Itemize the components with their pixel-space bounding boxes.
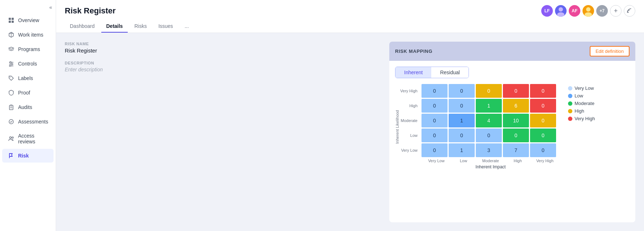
cell-1-3: 6 [503, 99, 529, 113]
sidebar-item-audits[interactable]: Audits [2, 100, 54, 114]
svg-point-10 [10, 77, 10, 77]
feed-icon-button[interactable] [624, 5, 635, 17]
sidebar-collapse-button[interactable]: « [0, 3, 56, 13]
sidebar-item-controls[interactable]: Controls [2, 57, 54, 71]
tab-more[interactable]: ... [179, 20, 194, 33]
toggle-inherent[interactable]: Inherent [395, 67, 431, 78]
svg-point-7 [11, 63, 13, 65]
sidebar-item-assessments[interactable]: Assessments [2, 115, 54, 129]
sidebar-item-label: Labels [18, 75, 33, 81]
sidebar-item-label: Overview [18, 17, 39, 23]
legend-dot-low [568, 94, 572, 98]
risk-mapping-panel: RISK MAPPING Edit definition Inherent Re… [389, 42, 635, 222]
sidebar-item-access-reviews[interactable]: Access reviews [2, 129, 54, 148]
svg-point-5 [10, 62, 11, 63]
add-button[interactable]: + [610, 5, 622, 17]
matrix-row-very-low: Very Low 0 1 3 7 0 [400, 143, 558, 157]
cell-1-2: 1 [476, 99, 502, 113]
x-axis-title: Inherent Impact [423, 164, 558, 169]
main-content: Risk Register LF AF +7 + Dashboard Detai… [56, 0, 644, 231]
cell-0-0: 0 [421, 84, 448, 98]
header-actions: LF AF +7 + [541, 5, 635, 17]
legend-very-high: Very High [568, 116, 595, 121]
users-icon [8, 135, 14, 142]
avatar-lf[interactable]: LF [541, 5, 553, 17]
legend: Very Low Low Moderate High [568, 84, 595, 121]
row-label-moderate: Moderate [400, 118, 420, 123]
row-label-very-low: Very Low [400, 148, 420, 152]
cell-0-4: 0 [530, 84, 556, 98]
cell-3-2: 0 [476, 129, 502, 142]
cell-1-4: 0 [530, 99, 556, 113]
legend-moderate: Moderate [568, 101, 595, 106]
matrix-row-high: High 0 0 1 6 0 [400, 99, 558, 113]
avatar-user2[interactable] [555, 5, 567, 17]
x-label-low: Low [450, 159, 476, 163]
svg-rect-3 [12, 21, 14, 23]
row-label-high: High [400, 104, 420, 108]
legend-dot-very-low [568, 86, 572, 91]
risk-name-label: RISK NAME [65, 42, 381, 46]
sidebar-item-label: Assessments [18, 119, 48, 125]
svg-rect-1 [12, 18, 14, 20]
clipboard-icon [8, 104, 14, 110]
svg-point-20 [585, 12, 592, 17]
legend-label-moderate: Moderate [575, 101, 594, 106]
flag-icon [8, 152, 14, 159]
matrix-row-low: Low 0 0 0 0 0 [400, 129, 558, 142]
cell-0-2: 0 [476, 84, 502, 98]
cell-3-1: 0 [449, 129, 475, 142]
avatar-user4[interactable] [582, 5, 594, 17]
sidebar-item-label: Programs [18, 46, 40, 52]
svg-point-16 [12, 137, 13, 138]
x-label-very-low: Very Low [423, 159, 449, 163]
x-label-high: High [505, 159, 531, 163]
layers-icon [8, 46, 14, 52]
legend-dot-very-high [568, 117, 572, 121]
svg-point-21 [628, 12, 629, 13]
sidebar-item-risk[interactable]: Risk [2, 149, 54, 163]
svg-rect-11 [9, 105, 13, 110]
svg-point-18 [557, 12, 564, 17]
avatar-more[interactable]: +7 [596, 5, 608, 17]
legend-label-high: High [575, 108, 584, 114]
tab-issues[interactable]: Issues [153, 20, 178, 33]
cell-0-1: 0 [449, 84, 475, 98]
cell-3-0: 0 [421, 129, 448, 142]
sidebar-item-work-items[interactable]: Work items [2, 28, 54, 42]
description-placeholder[interactable]: Enter description [65, 67, 381, 72]
cell-2-3: 10 [503, 114, 529, 127]
sidebar-item-label: Risk [18, 153, 29, 159]
toggle-residual[interactable]: Residual [431, 67, 468, 78]
sidebar-item-label: Proof [18, 90, 30, 96]
cell-2-2: 4 [476, 114, 502, 127]
tab-details[interactable]: Details [101, 20, 128, 33]
cell-4-2: 3 [476, 143, 502, 157]
cell-1-0: 0 [421, 99, 448, 113]
svg-point-9 [9, 65, 11, 67]
legend-high: High [568, 108, 595, 114]
edit-definition-button[interactable]: Edit definition [590, 46, 630, 56]
cell-3-4: 0 [530, 129, 556, 142]
sidebar-item-overview[interactable]: Overview [2, 13, 54, 27]
cell-1-1: 0 [449, 99, 475, 113]
legend-very-low: Very Low [568, 85, 595, 91]
tab-dashboard[interactable]: Dashboard [65, 20, 100, 33]
sidebar-item-label: Audits [18, 104, 32, 110]
tab-risks[interactable]: Risks [129, 20, 152, 33]
matrix-container: Inherent Likelihood Very High 0 0 0 0 0 [395, 84, 630, 169]
sidebar-item-programs[interactable]: Programs [2, 42, 54, 56]
sliders-icon [8, 60, 14, 67]
legend-label-very-low: Very Low [575, 85, 594, 91]
sidebar-item-label: Controls [18, 61, 37, 67]
risk-mapping-title: RISK MAPPING [395, 49, 432, 54]
avatar-af[interactable]: AF [569, 5, 580, 17]
tab-bar: Dashboard Details Risks Issues ... [65, 20, 635, 33]
grid-icon [8, 17, 14, 24]
legend-label-very-high: Very High [575, 116, 595, 121]
sidebar-item-labels[interactable]: Labels [2, 71, 54, 85]
svg-point-19 [586, 7, 590, 12]
matrix-grid: Very High 0 0 0 0 0 High 0 [400, 84, 558, 169]
x-label-moderate: Moderate [478, 159, 504, 163]
sidebar-item-proof[interactable]: Proof [2, 86, 54, 100]
